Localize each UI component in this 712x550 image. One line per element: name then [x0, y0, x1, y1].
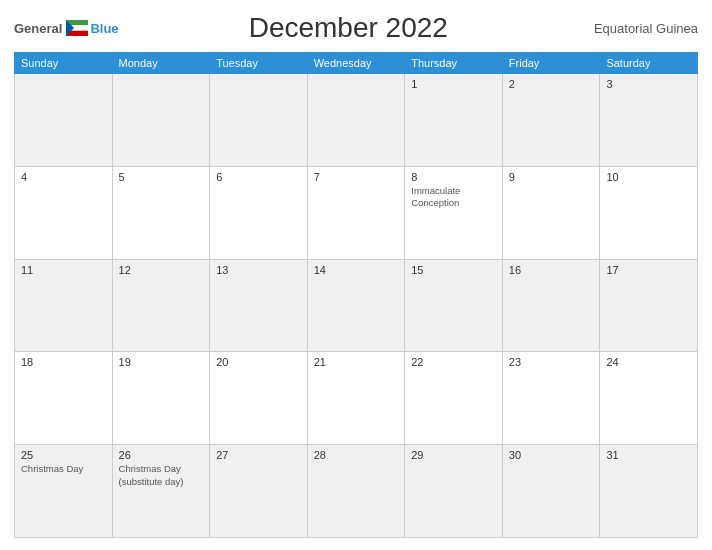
table-row: 22	[405, 352, 503, 445]
weekday-header-row: Sunday Monday Tuesday Wednesday Thursday…	[15, 53, 698, 74]
day-number: 3	[606, 78, 691, 90]
table-row: 29	[405, 445, 503, 538]
calendar-week-row: 123	[15, 74, 698, 167]
table-row: 7	[307, 166, 405, 259]
calendar-page: General Blue December 2022 Equatorial Gu…	[0, 0, 712, 550]
header-wednesday: Wednesday	[307, 53, 405, 74]
table-row: 15	[405, 259, 503, 352]
day-number: 10	[606, 171, 691, 183]
table-row: 9	[502, 166, 600, 259]
logo-general-text: General	[14, 21, 62, 36]
table-row	[210, 74, 308, 167]
header: General Blue December 2022 Equatorial Gu…	[14, 12, 698, 44]
table-row: 3	[600, 74, 698, 167]
day-number: 17	[606, 264, 691, 276]
day-number: 9	[509, 171, 594, 183]
logo-blue-text: Blue	[90, 21, 118, 36]
day-number: 28	[314, 449, 399, 461]
table-row: 25Christmas Day	[15, 445, 113, 538]
day-number: 8	[411, 171, 496, 183]
day-number: 31	[606, 449, 691, 461]
day-number: 18	[21, 356, 106, 368]
day-number: 24	[606, 356, 691, 368]
day-number: 26	[119, 449, 204, 461]
table-row: 13	[210, 259, 308, 352]
table-row: 21	[307, 352, 405, 445]
day-number: 5	[119, 171, 204, 183]
holiday-name: Christmas Day (substitute day)	[119, 463, 204, 488]
day-number: 1	[411, 78, 496, 90]
table-row: 31	[600, 445, 698, 538]
table-row: 20	[210, 352, 308, 445]
table-row: 24	[600, 352, 698, 445]
table-row: 6	[210, 166, 308, 259]
table-row: 19	[112, 352, 210, 445]
table-row	[307, 74, 405, 167]
day-number: 6	[216, 171, 301, 183]
day-number: 16	[509, 264, 594, 276]
table-row: 17	[600, 259, 698, 352]
day-number: 13	[216, 264, 301, 276]
table-row: 5	[112, 166, 210, 259]
table-row: 16	[502, 259, 600, 352]
day-number: 23	[509, 356, 594, 368]
table-row: 10	[600, 166, 698, 259]
day-number: 29	[411, 449, 496, 461]
calendar-week-row: 18192021222324	[15, 352, 698, 445]
header-thursday: Thursday	[405, 53, 503, 74]
header-sunday: Sunday	[15, 53, 113, 74]
table-row: 18	[15, 352, 113, 445]
day-number: 15	[411, 264, 496, 276]
logo: General Blue	[14, 20, 119, 36]
day-number: 4	[21, 171, 106, 183]
calendar-table: Sunday Monday Tuesday Wednesday Thursday…	[14, 52, 698, 538]
day-number: 25	[21, 449, 106, 461]
header-saturday: Saturday	[600, 53, 698, 74]
holiday-name: Christmas Day	[21, 463, 106, 475]
table-row: 14	[307, 259, 405, 352]
day-number: 7	[314, 171, 399, 183]
day-number: 12	[119, 264, 204, 276]
table-row: 23	[502, 352, 600, 445]
day-number: 30	[509, 449, 594, 461]
table-row: 11	[15, 259, 113, 352]
table-row: 4	[15, 166, 113, 259]
table-row: 1	[405, 74, 503, 167]
header-tuesday: Tuesday	[210, 53, 308, 74]
logo-flag-icon	[66, 20, 88, 36]
day-number: 21	[314, 356, 399, 368]
table-row	[15, 74, 113, 167]
day-number: 22	[411, 356, 496, 368]
table-row: 8Immaculate Conception	[405, 166, 503, 259]
table-row: 2	[502, 74, 600, 167]
calendar-week-row: 25Christmas Day26Christmas Day (substitu…	[15, 445, 698, 538]
day-number: 14	[314, 264, 399, 276]
table-row: 26Christmas Day (substitute day)	[112, 445, 210, 538]
table-row: 12	[112, 259, 210, 352]
table-row	[112, 74, 210, 167]
table-row: 30	[502, 445, 600, 538]
day-number: 27	[216, 449, 301, 461]
calendar-week-row: 11121314151617	[15, 259, 698, 352]
holiday-name: Immaculate Conception	[411, 185, 496, 210]
table-row: 27	[210, 445, 308, 538]
table-row: 28	[307, 445, 405, 538]
day-number: 11	[21, 264, 106, 276]
country-name: Equatorial Guinea	[578, 21, 698, 36]
day-number: 20	[216, 356, 301, 368]
day-number: 19	[119, 356, 204, 368]
header-monday: Monday	[112, 53, 210, 74]
calendar-week-row: 45678Immaculate Conception910	[15, 166, 698, 259]
month-title: December 2022	[119, 12, 578, 44]
day-number: 2	[509, 78, 594, 90]
header-friday: Friday	[502, 53, 600, 74]
